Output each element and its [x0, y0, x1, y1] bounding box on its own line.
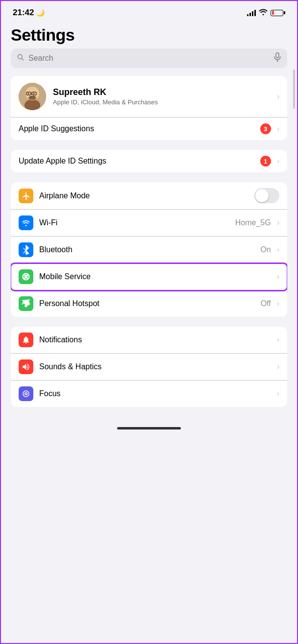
page-title: Settings — [1, 21, 297, 48]
status-bar: 21:42 🌙 — [1, 1, 297, 21]
svg-rect-1 — [276, 53, 279, 58]
personal-hotspot-chevron-icon: › — [277, 299, 279, 308]
focus-icon — [19, 386, 33, 401]
mic-icon — [273, 52, 281, 64]
status-icons — [247, 8, 285, 17]
personal-hotspot-icon — [19, 296, 33, 311]
mobile-service-row[interactable]: Mobile Service › — [11, 263, 287, 290]
airplane-mode-label: Airplane Mode — [39, 191, 248, 200]
search-input[interactable] — [28, 54, 270, 63]
apple-id-suggestions-chevron-icon: › — [277, 124, 279, 133]
search-icon — [17, 53, 25, 63]
sounds-haptics-label: Sounds & Haptics — [39, 362, 271, 371]
profile-section: Supreeth RK Apple ID, iCloud, Media & Pu… — [11, 76, 287, 140]
update-apple-id-section: Update Apple ID Settings 1 › — [11, 150, 287, 172]
personal-hotspot-row[interactable]: Personal Hotspot Off › — [11, 290, 287, 317]
wifi-row[interactable]: Wi-Fi Home_5G › — [11, 210, 287, 237]
profile-subtitle: Apple ID, iCloud, Media & Purchases — [53, 98, 270, 106]
wifi-icon — [259, 8, 268, 17]
update-apple-id-badge: 1 — [260, 156, 271, 167]
bluetooth-value: On — [260, 245, 271, 254]
update-apple-id-chevron-icon: › — [277, 157, 279, 166]
svg-point-10 — [33, 93, 35, 95]
notifications-icon — [19, 333, 33, 347]
moon-icon: 🌙 — [36, 9, 45, 17]
airplane-mode-row[interactable]: Airplane Mode — [11, 182, 287, 210]
focus-label: Focus — [39, 389, 271, 398]
focus-row[interactable]: Focus › — [11, 381, 287, 407]
wifi-setting-icon — [19, 215, 33, 230]
battery-icon — [271, 10, 285, 16]
airplane-mode-toggle[interactable] — [254, 188, 279, 203]
personal-hotspot-label: Personal Hotspot — [39, 299, 255, 308]
svg-point-9 — [28, 93, 29, 95]
notifications-row[interactable]: Notifications › — [11, 327, 287, 354]
apple-id-suggestions-badge: 3 — [260, 123, 271, 134]
mobile-service-icon — [19, 269, 33, 284]
profile-chevron-icon: › — [277, 92, 279, 101]
bluetooth-row[interactable]: Bluetooth On › — [11, 237, 287, 263]
system-section: Notifications › Sounds & Haptics › Focus… — [11, 327, 287, 407]
sounds-haptics-row[interactable]: Sounds & Haptics › — [11, 354, 287, 381]
connectivity-section: Airplane Mode Wi-Fi Home_5G › — [11, 182, 287, 317]
mobile-service-chevron-icon: › — [277, 272, 279, 281]
bluetooth-label: Bluetooth — [39, 245, 254, 254]
signal-bars-icon — [247, 9, 256, 16]
status-time: 21:42 — [13, 8, 34, 18]
mobile-service-label: Mobile Service — [39, 272, 271, 281]
update-apple-id-label: Update Apple ID Settings — [19, 157, 254, 166]
avatar — [19, 83, 46, 110]
search-bar[interactable] — [11, 48, 287, 68]
bluetooth-setting-icon — [19, 242, 33, 257]
personal-hotspot-value: Off — [261, 299, 271, 308]
apple-id-suggestions-row[interactable]: Apple ID Suggestions 3 › — [11, 118, 287, 140]
wifi-chevron-icon: › — [277, 218, 279, 227]
profile-info: Supreeth RK Apple ID, iCloud, Media & Pu… — [53, 87, 270, 106]
sounds-haptics-icon — [19, 359, 33, 374]
notifications-chevron-icon: › — [277, 335, 279, 344]
wifi-label: Wi-Fi — [39, 218, 229, 227]
profile-row[interactable]: Supreeth RK Apple ID, iCloud, Media & Pu… — [11, 76, 287, 118]
bluetooth-chevron-icon: › — [277, 245, 279, 254]
home-bar — [117, 427, 181, 429]
wifi-value: Home_5G — [235, 218, 271, 227]
update-apple-id-row[interactable]: Update Apple ID Settings 1 › — [11, 150, 287, 172]
notifications-label: Notifications — [39, 335, 271, 344]
home-indicator — [1, 417, 297, 433]
scroll-indicator — [293, 70, 295, 109]
profile-name: Supreeth RK — [53, 87, 270, 97]
apple-id-suggestions-label: Apple ID Suggestions — [19, 124, 254, 133]
sounds-haptics-chevron-icon: › — [277, 362, 279, 371]
airplane-mode-icon — [19, 189, 33, 203]
focus-chevron-icon: › — [277, 389, 279, 398]
